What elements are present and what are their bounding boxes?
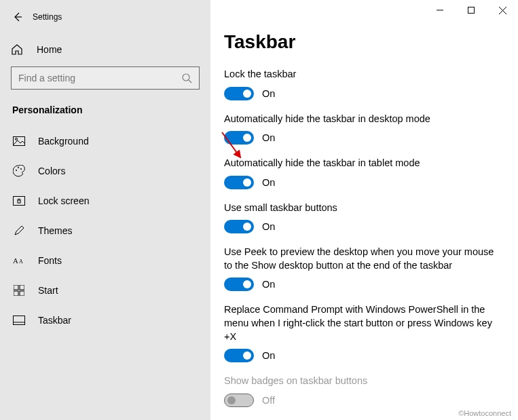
toggle-peek[interactable] [224,278,254,291]
palette-icon [12,165,26,177]
sidebar-item-label: Themes [38,225,73,236]
taskbar-icon [12,316,26,325]
toggle-small-buttons[interactable] [224,220,254,233]
watermark: ©Howtoconnect [458,409,511,417]
sidebar-item-start[interactable]: Start [0,275,210,305]
sidebar-item-label: Background [38,136,89,147]
sidebar-item-lockscreen[interactable]: Lock screen [0,186,210,216]
close-button[interactable] [487,0,518,20]
svg-rect-13 [20,285,24,290]
font-icon: AA [12,256,26,265]
setting-label: Automatically hide the taskbar in deskto… [224,113,496,126]
svg-rect-15 [20,291,24,296]
toggle-autohide-desktop[interactable] [224,131,254,145]
lock-icon [12,196,26,206]
sidebar-item-label: Start [38,285,58,296]
setting-label: Automatically hide the taskbar in tablet… [224,157,496,170]
sidebar-item-background[interactable]: Background [0,126,210,156]
sidebar-item-label: Lock screen [38,195,89,206]
toggle-state: On [262,279,275,290]
svg-rect-3 [14,137,25,146]
sidebar-item-fonts[interactable]: AA Fonts [0,246,210,275]
start-icon [12,285,26,296]
page-title: Taskbar [224,31,518,53]
svg-point-7 [20,168,22,170]
arrow-left-icon [12,12,23,22]
svg-point-1 [183,74,189,81]
toggle-state: On [262,177,275,188]
svg-text:A: A [19,259,23,265]
sidebar-item-label: Taskbar [38,315,71,326]
home-nav[interactable]: Home [0,35,210,64]
svg-rect-9 [18,200,20,203]
section-header: Personalization [0,102,210,126]
maximize-icon [468,7,475,14]
close-icon [499,7,506,14]
svg-point-4 [16,138,18,140]
toggle-autohide-tablet[interactable] [224,176,254,189]
sidebar-item-colors[interactable]: Colors [0,156,210,186]
maximize-button[interactable] [456,0,487,20]
svg-line-2 [189,80,191,83]
setting-label: Lock the taskbar [224,68,496,81]
back-button[interactable] [4,5,31,28]
minimize-icon [437,7,443,14]
home-icon [11,43,24,56]
toggle-state: On [262,350,275,361]
setting-label: Use small taskbar buttons [224,202,496,215]
svg-point-6 [18,167,19,168]
search-icon [181,73,192,83]
sidebar-item-label: Colors [38,166,65,176]
toggle-state: On [262,88,275,99]
toggle-badges [224,394,254,407]
svg-rect-8 [14,197,25,206]
minimize-button[interactable] [424,0,456,20]
svg-rect-16 [14,316,25,325]
svg-point-5 [16,170,17,171]
svg-text:A: A [13,257,18,265]
setting-label: Use Peek to preview the desktop when you… [224,246,496,272]
svg-rect-19 [468,7,475,14]
sidebar-item-themes[interactable]: Themes [0,216,210,246]
setting-label: Show badges on taskbar buttons [224,375,496,388]
toggle-powershell[interactable] [224,349,254,362]
picture-icon [12,136,26,146]
window-title: Settings [33,12,62,22]
toggle-state: Off [262,395,275,406]
toggle-lock-taskbar[interactable] [224,87,254,100]
sidebar-item-taskbar[interactable]: Taskbar [0,305,210,335]
svg-rect-12 [14,285,18,290]
brush-icon [12,225,26,237]
toggle-state: On [262,132,275,143]
home-label: Home [37,44,62,55]
search-input[interactable] [18,73,181,83]
toggle-state: On [262,221,275,232]
sidebar-item-label: Fonts [38,255,62,266]
search-box[interactable] [11,66,200,90]
setting-label: Replace Command Prompt with Windows Powe… [224,303,496,343]
svg-rect-14 [14,291,18,296]
